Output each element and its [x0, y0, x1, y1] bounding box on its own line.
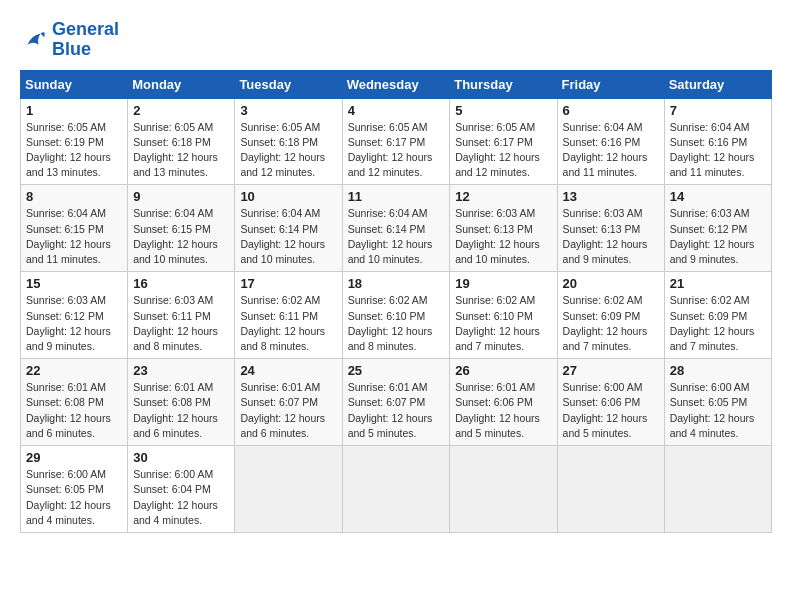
- day-number: 14: [670, 189, 766, 204]
- logo-icon: [20, 26, 48, 54]
- calendar-cell: 27 Sunrise: 6:00 AMSunset: 6:06 PMDaylig…: [557, 359, 664, 446]
- day-info: Sunrise: 6:02 AMSunset: 6:10 PMDaylight:…: [348, 293, 445, 354]
- day-number: 10: [240, 189, 336, 204]
- day-info: Sunrise: 6:03 AMSunset: 6:13 PMDaylight:…: [455, 206, 551, 267]
- day-info: Sunrise: 6:04 AMSunset: 6:15 PMDaylight:…: [133, 206, 229, 267]
- day-info: Sunrise: 6:02 AMSunset: 6:09 PMDaylight:…: [563, 293, 659, 354]
- calendar-cell: 1 Sunrise: 6:05 AMSunset: 6:19 PMDayligh…: [21, 98, 128, 185]
- day-number: 1: [26, 103, 122, 118]
- day-number: 21: [670, 276, 766, 291]
- day-number: 19: [455, 276, 551, 291]
- day-info: Sunrise: 6:00 AMSunset: 6:05 PMDaylight:…: [670, 380, 766, 441]
- logo-text: General Blue: [52, 20, 119, 60]
- day-info: Sunrise: 6:01 AMSunset: 6:06 PMDaylight:…: [455, 380, 551, 441]
- day-info: Sunrise: 6:04 AMSunset: 6:14 PMDaylight:…: [348, 206, 445, 267]
- day-info: Sunrise: 6:01 AMSunset: 6:07 PMDaylight:…: [348, 380, 445, 441]
- calendar-cell: 8 Sunrise: 6:04 AMSunset: 6:15 PMDayligh…: [21, 185, 128, 272]
- col-sunday: Sunday: [21, 70, 128, 98]
- day-number: 11: [348, 189, 445, 204]
- day-number: 6: [563, 103, 659, 118]
- day-info: Sunrise: 6:05 AMSunset: 6:17 PMDaylight:…: [455, 120, 551, 181]
- day-info: Sunrise: 6:03 AMSunset: 6:13 PMDaylight:…: [563, 206, 659, 267]
- day-number: 23: [133, 363, 229, 378]
- calendar-cell: 19 Sunrise: 6:02 AMSunset: 6:10 PMDaylig…: [450, 272, 557, 359]
- calendar-cell: [557, 446, 664, 533]
- day-info: Sunrise: 6:00 AMSunset: 6:05 PMDaylight:…: [26, 467, 122, 528]
- day-info: Sunrise: 6:05 AMSunset: 6:17 PMDaylight:…: [348, 120, 445, 181]
- calendar-cell: 17 Sunrise: 6:02 AMSunset: 6:11 PMDaylig…: [235, 272, 342, 359]
- day-info: Sunrise: 6:05 AMSunset: 6:18 PMDaylight:…: [133, 120, 229, 181]
- calendar-cell: 21 Sunrise: 6:02 AMSunset: 6:09 PMDaylig…: [664, 272, 771, 359]
- week-row-4: 22 Sunrise: 6:01 AMSunset: 6:08 PMDaylig…: [21, 359, 772, 446]
- day-number: 5: [455, 103, 551, 118]
- calendar-cell: 11 Sunrise: 6:04 AMSunset: 6:14 PMDaylig…: [342, 185, 450, 272]
- day-number: 12: [455, 189, 551, 204]
- day-info: Sunrise: 6:04 AMSunset: 6:16 PMDaylight:…: [563, 120, 659, 181]
- calendar-cell: 15 Sunrise: 6:03 AMSunset: 6:12 PMDaylig…: [21, 272, 128, 359]
- calendar-cell: 16 Sunrise: 6:03 AMSunset: 6:11 PMDaylig…: [128, 272, 235, 359]
- day-info: Sunrise: 6:02 AMSunset: 6:09 PMDaylight:…: [670, 293, 766, 354]
- calendar-cell: 25 Sunrise: 6:01 AMSunset: 6:07 PMDaylig…: [342, 359, 450, 446]
- calendar-cell: [450, 446, 557, 533]
- day-info: Sunrise: 6:05 AMSunset: 6:19 PMDaylight:…: [26, 120, 122, 181]
- calendar-cell: [235, 446, 342, 533]
- calendar-cell: 30 Sunrise: 6:00 AMSunset: 6:04 PMDaylig…: [128, 446, 235, 533]
- day-info: Sunrise: 6:03 AMSunset: 6:11 PMDaylight:…: [133, 293, 229, 354]
- day-number: 15: [26, 276, 122, 291]
- day-info: Sunrise: 6:00 AMSunset: 6:04 PMDaylight:…: [133, 467, 229, 528]
- week-row-5: 29 Sunrise: 6:00 AMSunset: 6:05 PMDaylig…: [21, 446, 772, 533]
- day-number: 27: [563, 363, 659, 378]
- day-info: Sunrise: 6:03 AMSunset: 6:12 PMDaylight:…: [670, 206, 766, 267]
- day-number: 16: [133, 276, 229, 291]
- calendar-table: Sunday Monday Tuesday Wednesday Thursday…: [20, 70, 772, 533]
- day-number: 18: [348, 276, 445, 291]
- calendar-cell: [342, 446, 450, 533]
- col-wednesday: Wednesday: [342, 70, 450, 98]
- week-row-3: 15 Sunrise: 6:03 AMSunset: 6:12 PMDaylig…: [21, 272, 772, 359]
- calendar-cell: 12 Sunrise: 6:03 AMSunset: 6:13 PMDaylig…: [450, 185, 557, 272]
- col-friday: Friday: [557, 70, 664, 98]
- day-number: 22: [26, 363, 122, 378]
- page-header: General Blue: [20, 20, 772, 60]
- day-info: Sunrise: 6:04 AMSunset: 6:16 PMDaylight:…: [670, 120, 766, 181]
- day-number: 28: [670, 363, 766, 378]
- col-monday: Monday: [128, 70, 235, 98]
- day-info: Sunrise: 6:01 AMSunset: 6:08 PMDaylight:…: [26, 380, 122, 441]
- calendar-cell: 3 Sunrise: 6:05 AMSunset: 6:18 PMDayligh…: [235, 98, 342, 185]
- day-info: Sunrise: 6:04 AMSunset: 6:14 PMDaylight:…: [240, 206, 336, 267]
- calendar-cell: 26 Sunrise: 6:01 AMSunset: 6:06 PMDaylig…: [450, 359, 557, 446]
- calendar-cell: 14 Sunrise: 6:03 AMSunset: 6:12 PMDaylig…: [664, 185, 771, 272]
- day-info: Sunrise: 6:02 AMSunset: 6:10 PMDaylight:…: [455, 293, 551, 354]
- calendar-cell: [664, 446, 771, 533]
- calendar-cell: 7 Sunrise: 6:04 AMSunset: 6:16 PMDayligh…: [664, 98, 771, 185]
- col-thursday: Thursday: [450, 70, 557, 98]
- calendar-cell: 5 Sunrise: 6:05 AMSunset: 6:17 PMDayligh…: [450, 98, 557, 185]
- day-number: 13: [563, 189, 659, 204]
- day-info: Sunrise: 6:01 AMSunset: 6:08 PMDaylight:…: [133, 380, 229, 441]
- day-info: Sunrise: 6:03 AMSunset: 6:12 PMDaylight:…: [26, 293, 122, 354]
- calendar-cell: 9 Sunrise: 6:04 AMSunset: 6:15 PMDayligh…: [128, 185, 235, 272]
- day-info: Sunrise: 6:05 AMSunset: 6:18 PMDaylight:…: [240, 120, 336, 181]
- day-number: 3: [240, 103, 336, 118]
- calendar-cell: 10 Sunrise: 6:04 AMSunset: 6:14 PMDaylig…: [235, 185, 342, 272]
- calendar-cell: 29 Sunrise: 6:00 AMSunset: 6:05 PMDaylig…: [21, 446, 128, 533]
- calendar-cell: 20 Sunrise: 6:02 AMSunset: 6:09 PMDaylig…: [557, 272, 664, 359]
- calendar-header-row: Sunday Monday Tuesday Wednesday Thursday…: [21, 70, 772, 98]
- day-info: Sunrise: 6:02 AMSunset: 6:11 PMDaylight:…: [240, 293, 336, 354]
- day-number: 9: [133, 189, 229, 204]
- day-number: 26: [455, 363, 551, 378]
- day-number: 17: [240, 276, 336, 291]
- day-number: 25: [348, 363, 445, 378]
- calendar-cell: 18 Sunrise: 6:02 AMSunset: 6:10 PMDaylig…: [342, 272, 450, 359]
- calendar-cell: 22 Sunrise: 6:01 AMSunset: 6:08 PMDaylig…: [21, 359, 128, 446]
- week-row-1: 1 Sunrise: 6:05 AMSunset: 6:19 PMDayligh…: [21, 98, 772, 185]
- day-number: 2: [133, 103, 229, 118]
- day-info: Sunrise: 6:01 AMSunset: 6:07 PMDaylight:…: [240, 380, 336, 441]
- calendar-cell: 28 Sunrise: 6:00 AMSunset: 6:05 PMDaylig…: [664, 359, 771, 446]
- col-saturday: Saturday: [664, 70, 771, 98]
- week-row-2: 8 Sunrise: 6:04 AMSunset: 6:15 PMDayligh…: [21, 185, 772, 272]
- day-number: 24: [240, 363, 336, 378]
- day-number: 30: [133, 450, 229, 465]
- day-info: Sunrise: 6:00 AMSunset: 6:06 PMDaylight:…: [563, 380, 659, 441]
- calendar-cell: 4 Sunrise: 6:05 AMSunset: 6:17 PMDayligh…: [342, 98, 450, 185]
